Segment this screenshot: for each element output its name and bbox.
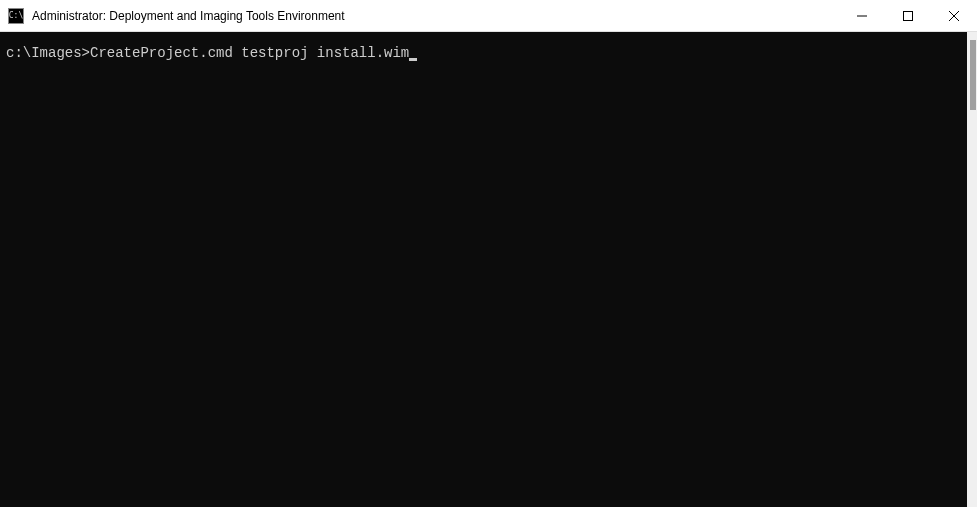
- titlebar-left: C:\ Administrator: Deployment and Imagin…: [0, 8, 345, 24]
- minimize-icon: [857, 11, 867, 21]
- terminal[interactable]: c:\Images>CreateProject.cmd testproj ins…: [0, 32, 967, 507]
- window-title: Administrator: Deployment and Imaging To…: [32, 9, 345, 23]
- maximize-icon: [903, 11, 913, 21]
- titlebar: C:\ Administrator: Deployment and Imagin…: [0, 0, 977, 32]
- maximize-button[interactable]: [885, 0, 931, 31]
- command-input[interactable]: CreateProject.cmd testproj install.wim: [90, 45, 409, 61]
- window-controls: [839, 0, 977, 31]
- svg-rect-1: [904, 11, 913, 20]
- minimize-button[interactable]: [839, 0, 885, 31]
- close-icon: [949, 11, 959, 21]
- terminal-area: c:\Images>CreateProject.cmd testproj ins…: [0, 32, 977, 507]
- scrollbar-track[interactable]: [967, 32, 977, 507]
- cursor: [409, 58, 417, 61]
- cmd-icon: C:\: [8, 8, 24, 24]
- prompt: c:\Images>: [6, 45, 90, 61]
- close-button[interactable]: [931, 0, 977, 31]
- scrollbar-thumb[interactable]: [970, 40, 976, 110]
